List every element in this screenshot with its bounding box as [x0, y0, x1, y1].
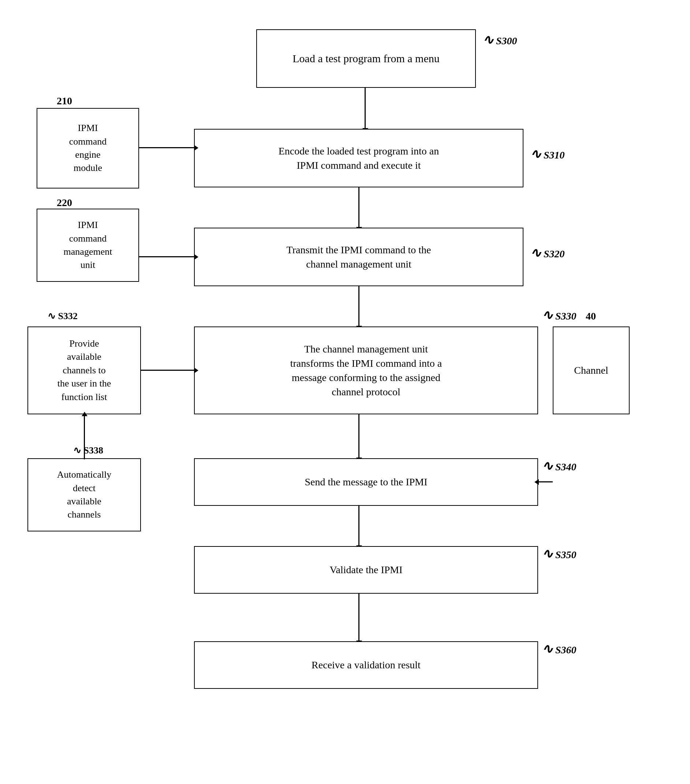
arrow-engine-s310 — [139, 147, 195, 148]
arrow-s350-s360 — [358, 594, 359, 641]
arrow-mgmt-s320 — [139, 256, 195, 257]
label-220: 220 — [57, 197, 72, 209]
channel-text: Channel — [574, 363, 608, 377]
ipmi-mgmt-box: IPMIcommandmanagementunit — [36, 209, 139, 282]
label-s332: ∿ S332 — [48, 310, 77, 322]
auto-detect-text: Automaticallydetectavailablechannels — [57, 468, 112, 522]
ipmi-engine-box: IPMIcommandenginemodule — [36, 108, 139, 188]
s330-label: ∿ S330 — [542, 308, 576, 323]
s320-box: Transmit the IPMI command to thechannel … — [194, 228, 524, 286]
s340-label: ∿ S340 — [542, 458, 576, 474]
provide-channels-text: Provideavailablechannels tothe user in t… — [58, 337, 111, 404]
channel-box: Channel — [553, 326, 630, 414]
s340-box: Send the message to the IPMI — [194, 458, 538, 506]
s300-box: Load a test program from a menu — [256, 29, 476, 88]
ipmi-engine-text: IPMIcommandenginemodule — [69, 122, 107, 175]
arrow-s300-s310 — [365, 88, 366, 129]
s360-text: Receive a validation result — [311, 658, 421, 672]
s310-label: ∿ S310 — [530, 147, 565, 162]
s300-text: Load a test program from a menu — [293, 51, 440, 66]
ipmi-mgmt-text: IPMIcommandmanagementunit — [64, 219, 112, 272]
provide-channels-box: Provideavailablechannels tothe user in t… — [28, 326, 141, 414]
arrow-autodetect-provide — [84, 415, 85, 460]
s340-text: Send the message to the IPMI — [305, 475, 427, 489]
arrow-s310-s320 — [358, 188, 359, 228]
s330-box: The channel management unittransforms th… — [194, 326, 538, 414]
arrow-s330-s340 — [358, 414, 359, 458]
arrow-provide-s330 — [141, 370, 195, 371]
s350-box: Validate the IPMI — [194, 546, 538, 594]
s310-text: Encode the loaded test program into anIP… — [278, 144, 439, 172]
arrow-channel-s340 — [538, 481, 553, 483]
auto-detect-box: Automaticallydetectavailablechannels — [28, 458, 141, 532]
label-210: 210 — [57, 95, 72, 107]
s320-label: ∿ S320 — [530, 245, 565, 260]
diagram-container: Load a test program from a menu ∿ S300 E… — [0, 0, 690, 784]
s310-box: Encode the loaded test program into anIP… — [194, 129, 524, 188]
s360-label: ∿ S360 — [542, 641, 576, 657]
s360-box: Receive a validation result — [194, 641, 538, 689]
s320-text: Transmit the IPMI command to thechannel … — [287, 243, 431, 271]
arrow-s320-s330 — [358, 286, 359, 326]
s300-label: ∿ S300 — [483, 32, 517, 48]
label-40: 40 — [586, 310, 596, 322]
label-s338: ∿ S338 — [73, 445, 103, 456]
arrow-s340-s350 — [358, 506, 359, 546]
s350-text: Validate the IPMI — [329, 563, 402, 577]
s350-label: ∿ S350 — [542, 546, 576, 562]
s330-text: The channel management unittransforms th… — [290, 342, 442, 399]
